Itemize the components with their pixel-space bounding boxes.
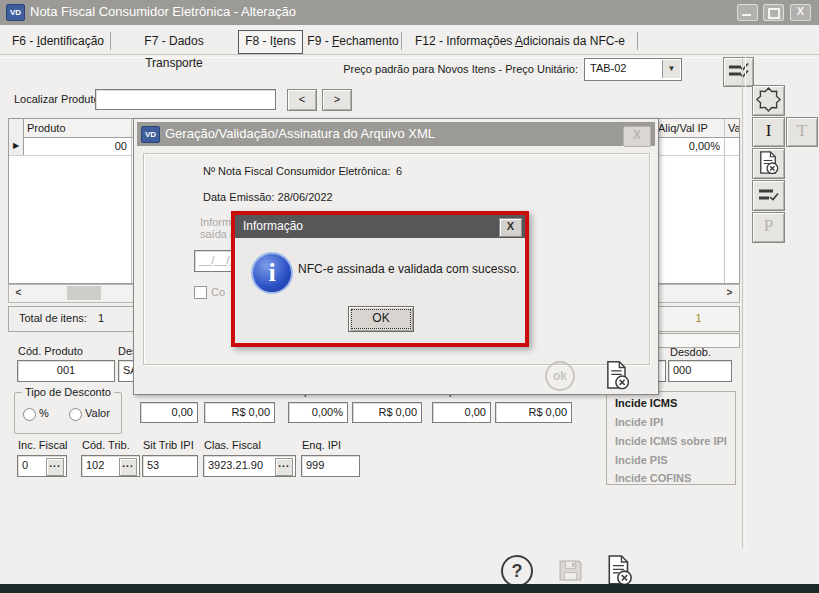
italic-button[interactable]: I [752, 117, 785, 147]
xml-dialog-titlebar: VD Geração/Validação/Assinatura do Arqui… [137, 122, 655, 146]
xml-cancel-button[interactable] [601, 359, 633, 394]
letter-t-icon: T [797, 121, 807, 140]
cancel-item-button[interactable] [752, 148, 785, 179]
total-items-label: Total de itens: [19, 312, 87, 324]
desc-val-input[interactable]: R$ 0,00 [204, 402, 275, 423]
price-table-value: TAB-02 [590, 62, 626, 74]
sit-trib-ipi-input[interactable]: 53 [142, 455, 198, 477]
help-button[interactable]: ? [501, 555, 533, 587]
main-window: VD Nota Fiscal Consumidor Eletrônica - A… [0, 0, 819, 593]
price-table-select[interactable]: TAB-02 ▼ [584, 58, 682, 81]
total-qty-box: 1 [657, 306, 740, 332]
info-dialog-titlebar: Informação X [235, 215, 525, 238]
next-button[interactable]: > [322, 89, 352, 111]
close-icon: X [797, 5, 804, 17]
tab-separator [637, 32, 638, 50]
xml-dialog-title: Geração/Validação/Assinatura do Arquivo … [165, 126, 435, 141]
scroll-left-button[interactable]: < [10, 286, 27, 300]
window-title: Nota Fiscal Consumidor Eletrônica - Alte… [30, 4, 296, 19]
aliq-icms-input[interactable]: 0,00 [432, 402, 491, 423]
tab-informacoes-adicionais[interactable]: F12 - Informações Adicionais da NFC-e [406, 30, 634, 52]
close-icon: X [507, 220, 514, 232]
print-button-disabled: P [752, 212, 785, 243]
inc-fiscal-label: Inc. Fiscal [18, 439, 68, 451]
info-message: NFC-e assinada e validada com sucesso. [298, 262, 519, 276]
radio-percent-label: % [39, 407, 49, 419]
clas-fiscal-input[interactable]: 3923.21.90... [203, 455, 296, 477]
column-divider [724, 119, 725, 137]
letter-i-icon: I [766, 121, 772, 140]
cell-aliq: 0,00% [654, 137, 720, 155]
descricao-label: Descrição [118, 345, 133, 357]
document-cancel-icon [755, 149, 782, 176]
scroll-thumb[interactable] [67, 286, 101, 300]
info-icon: i [251, 252, 293, 294]
cod-trib-label: Cód. Trib. [82, 439, 130, 451]
incide-ipi: Incide IPI [615, 416, 663, 428]
locate-product-label: Localizar Produto [14, 93, 100, 105]
inc-fiscal-input[interactable]: 0... [17, 455, 67, 477]
selector-column-header [9, 119, 24, 137]
column-divider [131, 137, 132, 283]
exit-checkbox[interactable] [194, 286, 207, 299]
help-icon: ? [512, 561, 523, 581]
focus-rect [352, 310, 410, 328]
desdob-input[interactable]: 000 [668, 360, 732, 382]
col-aliq-val-ip: Aliq/Val IP [658, 119, 722, 137]
sit-trib-ipi-label: Sit Trib IPI [143, 439, 194, 451]
cod-trib-input[interactable]: 102... [81, 455, 140, 477]
close-button[interactable]: X [790, 4, 811, 21]
cod-produto-label: Cód. Produto [18, 345, 83, 357]
radio-percent[interactable] [23, 408, 36, 421]
enq-ipi-input[interactable]: 999 [301, 455, 360, 477]
exit-info-line1: Inform [200, 216, 231, 228]
info-dialog-close-button[interactable]: X [499, 218, 522, 237]
desdob-label: Desdob. [670, 346, 711, 358]
browse-button[interactable]: ... [275, 458, 293, 476]
column-divider [724, 137, 725, 283]
aliq-ipi-input[interactable]: 0,00% [288, 402, 348, 423]
locate-product-input[interactable] [95, 89, 276, 110]
row-selector[interactable]: ▶ [9, 137, 24, 155]
clas-fiscal-label: Clas. Fiscal [204, 439, 261, 451]
close-icon: X [633, 128, 641, 142]
col-produto: Produto [27, 119, 127, 137]
check-lines-icon [755, 181, 782, 207]
tab-dados-transporte[interactable]: F7 - Dados Transporte [114, 30, 234, 52]
checklist-icon [725, 58, 752, 84]
text-button-disabled: T [786, 117, 818, 147]
special-button[interactable] [752, 85, 785, 116]
tab-fechamento[interactable]: F9 - Fechamento [307, 30, 399, 52]
desc-pct-input[interactable]: 0,00 [140, 402, 198, 423]
minimize-button[interactable] [737, 4, 758, 21]
exit-checkbox-label: Co [211, 286, 225, 298]
maximize-button[interactable] [763, 4, 784, 21]
browse-button[interactable]: ... [119, 458, 137, 476]
scroll-right-button[interactable]: > [721, 286, 738, 300]
cod-produto-input[interactable]: 001 [17, 360, 115, 382]
xml-ok-button-disabled: ok [545, 361, 575, 391]
val-icms-input[interactable]: R$ 0,00 [495, 402, 572, 423]
val-ipi-input[interactable]: R$ 0,00 [352, 402, 422, 423]
tab-identificacao[interactable]: F6 - Identificação [8, 30, 108, 52]
total-items-count: 1 [98, 312, 104, 324]
tab-separator [110, 32, 111, 50]
side-divider [742, 56, 746, 548]
confirm-button[interactable] [752, 180, 785, 211]
tab-itens[interactable]: F8 - Itens [238, 30, 303, 54]
info-ok-button[interactable]: OK [348, 306, 414, 332]
letter-p-icon: P [764, 216, 773, 235]
radio-valor[interactable] [69, 408, 82, 421]
incide-icms: Incide ICMS [615, 397, 677, 409]
browse-button[interactable]: ... [46, 458, 64, 476]
xml-dialog-close-button: X [623, 126, 651, 147]
cell-produto: 00 [23, 137, 127, 155]
floppy-disk-icon [556, 556, 585, 585]
incide-cofins: Incide COFINS [615, 472, 691, 484]
xml-dialog-icon: VD [141, 126, 160, 143]
confirm-items-button[interactable] [723, 57, 754, 87]
chevron-down-icon[interactable]: ▼ [662, 60, 680, 78]
prev-button[interactable]: < [287, 89, 317, 111]
nf-number-label: Nº Nota Fiscal Consumidor Eletrônica: [203, 165, 390, 177]
column-divider [131, 119, 132, 137]
